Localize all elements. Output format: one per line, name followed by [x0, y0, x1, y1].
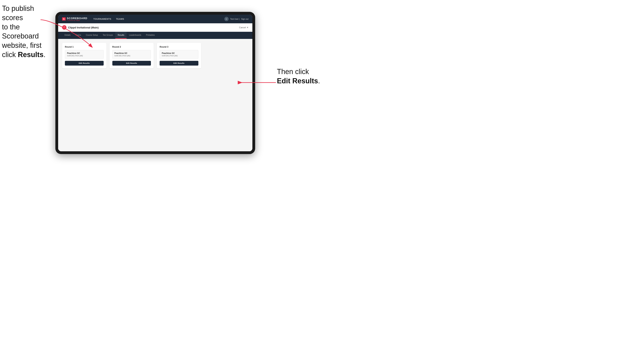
round-2-card: Round 2 Peachtree GC Gold (M) (7010 yds)… [110, 43, 154, 68]
round-1-course-details: Gold (M) (7010 yds) [67, 55, 102, 57]
user-label: Test User | [230, 18, 240, 20]
close-icon: ✕ [247, 26, 248, 29]
arrow-to-results [38, 18, 94, 49]
main-area: Round 1 Peachtree GC Gold (M) (7010 yds)… [58, 39, 252, 151]
cancel-button[interactable]: Cancel ✕ [239, 26, 248, 29]
round-2-course-name: Peachtree GC [114, 52, 149, 54]
tab-printables[interactable]: Printables [144, 32, 157, 39]
round-3-card: Round 3 Peachtree GC Gold (M) (7010 yds)… [157, 43, 201, 68]
arrow-to-edit-results [237, 77, 277, 88]
round-3-course-name: Peachtree GC [162, 52, 196, 54]
tab-tee-groups[interactable]: Tee Groups [100, 32, 115, 39]
round-3-course-details: Gold (M) (7010 yds) [162, 55, 196, 57]
round-3-title: Round 3 [160, 46, 198, 48]
tab-leaderboards[interactable]: Leaderboards [126, 32, 144, 39]
nav-teams[interactable]: TEAMS [116, 17, 124, 20]
right-annotation: Then click Edit Results. [277, 67, 320, 86]
round-3-edit-results-button[interactable]: Edit Results [160, 61, 198, 66]
round-2-edit-results-button[interactable]: Edit Results [112, 61, 151, 66]
header-right: U Test User | Sign out [224, 17, 248, 21]
user-avatar: U [224, 17, 229, 21]
nav-tournaments[interactable]: TOURNAMENTS [93, 17, 111, 20]
round-2-title: Round 2 [112, 46, 151, 48]
round-3-course-card: Peachtree GC Gold (M) (7010 yds) [160, 50, 198, 59]
nav-links: TOURNAMENTS TEAMS [93, 17, 224, 20]
empty-round-slot [204, 43, 248, 68]
round-2-course-card: Peachtree GC Gold (M) (7010 yds) [112, 50, 151, 59]
sign-out-link[interactable]: Sign out [241, 18, 248, 20]
round-2-course-details: Gold (M) (7010 yds) [114, 55, 149, 57]
round-1-course-name: Peachtree GC [67, 52, 102, 54]
round-1-edit-results-button[interactable]: Edit Results [65, 61, 104, 66]
tab-results[interactable]: Results [115, 32, 126, 39]
round-1-course-card: Peachtree GC Gold (M) (7010 yds) [65, 50, 104, 59]
